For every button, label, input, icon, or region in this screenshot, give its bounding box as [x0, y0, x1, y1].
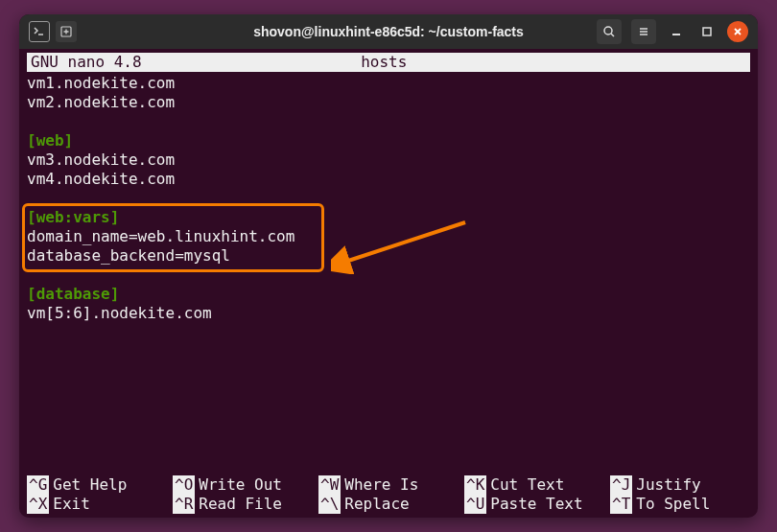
key-combo: ^X	[27, 495, 49, 514]
window-title: shovon@linuxhint-e86c5d: ~/custom-facts	[253, 24, 524, 39]
shortcut-cut-text: ^K Cut Text	[464, 475, 604, 495]
key-combo: ^\	[318, 495, 341, 514]
titlebar-left	[29, 21, 77, 42]
svg-point-4	[604, 27, 612, 35]
shortcut-label: Write Out	[199, 475, 282, 495]
content-line: vm1.nodekite.com	[27, 74, 750, 93]
key-combo: ^U	[464, 495, 486, 514]
blank-line	[27, 266, 750, 285]
titlebar: shovon@linuxhint-e86c5d: ~/custom-facts	[19, 14, 758, 49]
shortcut-label: Read File	[199, 495, 282, 514]
key-combo: ^R	[173, 495, 195, 514]
terminal-content[interactable]: GNU nano 4.8 hosts vm1.nodekite.com vm2.…	[19, 49, 758, 518]
shortcut-read-file: ^R Read File	[173, 495, 313, 514]
nano-app-name: GNU nano 4.8	[31, 53, 142, 72]
terminal-window: shovon@linuxhint-e86c5d: ~/custom-facts …	[19, 14, 758, 518]
svg-line-5	[611, 34, 614, 36]
blank-line	[27, 112, 750, 131]
close-button[interactable]	[727, 21, 748, 42]
shortcut-label: Get Help	[53, 475, 127, 495]
shortcut-label: To Spell	[636, 495, 710, 514]
shortcut-write-out: ^O Write Out	[173, 475, 313, 495]
maximize-button[interactable]	[696, 21, 718, 42]
content-line: database_backend=mysql	[27, 246, 750, 266]
nano-filename: hosts	[142, 53, 746, 72]
key-combo: ^T	[610, 495, 632, 514]
content-line: vm3.nodekite.com	[27, 150, 750, 170]
shortcut-paste-text: ^U Paste Text	[464, 495, 604, 514]
content-line: vm2.nodekite.com	[27, 93, 750, 112]
group-header-webvars: [web:vars]	[27, 208, 750, 227]
shortcut-label: Where Is	[344, 475, 418, 495]
shortcut-label: Paste Text	[490, 495, 582, 514]
shortcut-label: Cut Text	[490, 475, 564, 495]
nano-header: GNU nano 4.8 hosts	[27, 53, 750, 72]
content-line: vm[5:6].nodekite.com	[27, 304, 750, 323]
svg-rect-10	[703, 28, 711, 35]
blank-line	[27, 189, 750, 208]
key-combo: ^K	[464, 475, 486, 495]
titlebar-right	[597, 19, 748, 44]
shortcut-label: Justify	[636, 475, 700, 495]
content-line: vm4.nodekite.com	[27, 170, 750, 189]
shortcut-where-is: ^W Where Is	[318, 475, 459, 495]
shortcut-get-help: ^G Get Help	[27, 475, 167, 495]
shortcut-justify: ^J Justify	[610, 475, 750, 495]
key-combo: ^G	[27, 475, 49, 495]
shortcut-to-spell: ^T To Spell	[610, 495, 750, 514]
key-combo: ^O	[173, 475, 195, 495]
group-header-database: [database]	[27, 285, 750, 304]
minimize-button[interactable]	[666, 21, 687, 42]
shortcut-exit: ^X Exit	[27, 495, 167, 514]
shortcut-label: Replace	[344, 495, 409, 514]
terminal-icon[interactable]	[29, 21, 50, 42]
shortcut-label: Exit	[53, 495, 90, 514]
key-combo: ^J	[610, 475, 632, 495]
new-tab-icon[interactable]	[56, 21, 77, 42]
content-line: domain_name=web.linuxhint.com	[27, 227, 750, 246]
key-combo: ^W	[318, 475, 341, 495]
shortcut-replace: ^\ Replace	[318, 495, 459, 514]
group-header-web: [web]	[27, 131, 750, 150]
search-button[interactable]	[597, 19, 622, 44]
menu-button[interactable]	[631, 19, 656, 44]
nano-footer: ^G Get Help ^O Write Out ^W Where Is ^K …	[27, 475, 750, 514]
